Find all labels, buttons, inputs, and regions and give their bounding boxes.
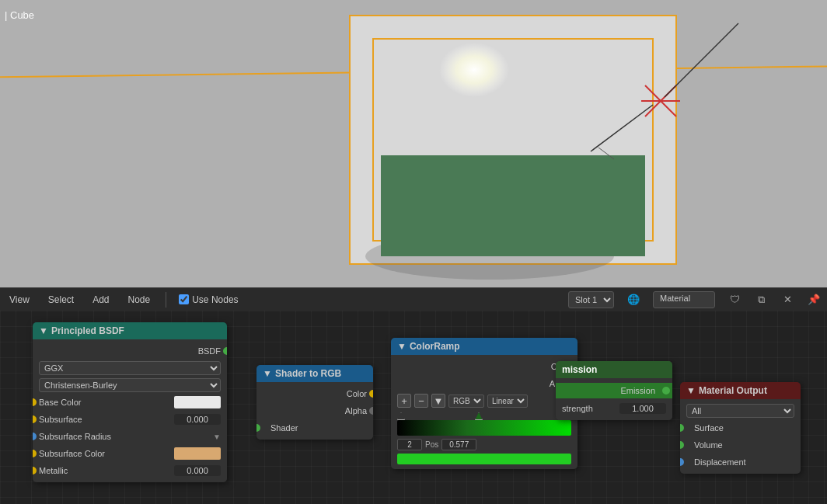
- output-displacement-label: Displacement: [686, 457, 794, 467]
- toolbar-node[interactable]: Node: [125, 293, 154, 307]
- cr-gradient-bar[interactable]: [397, 420, 571, 436]
- bsdf-subsurface-val[interactable]: [174, 414, 221, 425]
- emission-body: Emission strength: [556, 378, 672, 420]
- bsdf-metallic-label: Metallic: [39, 466, 174, 475]
- svg-marker-2: [350, 16, 676, 264]
- output-displacement-row: Displacement: [680, 454, 801, 471]
- toolbar: View Select Add Node Use Nodes Slot 1 🌐 …: [0, 287, 827, 311]
- bsdf-basecolor-swatch[interactable]: [174, 396, 221, 408]
- cr-mode-select[interactable]: RGB: [448, 395, 484, 408]
- svg-line-13: [645, 101, 661, 116]
- s2rgb-color-socket[interactable]: [369, 390, 373, 398]
- cr-pos-val[interactable]: 0.577: [441, 439, 476, 450]
- cr-stop-index[interactable]: 2: [397, 439, 422, 450]
- bsdf-subradius-row: Subsurface Radius ▼: [33, 428, 227, 445]
- toolbar-sep-1: [166, 292, 166, 308]
- output-surface-socket[interactable]: [680, 424, 684, 432]
- emission-out-socket[interactable]: [662, 387, 670, 395]
- svg-marker-1: [303, 0, 676, 287]
- emission-strength-val[interactable]: [619, 403, 666, 414]
- bsdf-output-row: BSDF: [33, 342, 227, 360]
- colorramp-title: ColorRamp: [410, 341, 460, 352]
- emission-out-label: Emission: [556, 386, 658, 395]
- pin-icon[interactable]: 📌: [807, 293, 821, 307]
- node-color-ramp[interactable]: ▼ ColorRamp Color Alpha + − ▼ RGB: [391, 338, 578, 469]
- bsdf-basecolor-socket[interactable]: [33, 398, 37, 406]
- bsdf-subradius-label: Subsurface Radius: [39, 432, 213, 441]
- output-header: ▼ Material Output: [680, 382, 801, 399]
- svg-rect-3: [373, 39, 653, 241]
- output-displacement-socket[interactable]: [680, 458, 684, 466]
- bsdf-subsurface-socket[interactable]: [33, 415, 37, 423]
- output-surface-row: Surface: [680, 419, 801, 436]
- bsdf-output-socket[interactable]: [223, 347, 227, 355]
- cr-stops-row: [397, 411, 571, 420]
- emission-out-row: Emission: [556, 383, 672, 398]
- bsdf-header: ▼ Principled BSDF: [33, 322, 227, 339]
- bsdf-subsurface-row: Subsurface: [33, 411, 227, 428]
- slot-select[interactable]: Slot 1: [568, 291, 614, 308]
- bsdf-metallic-socket[interactable]: [33, 467, 37, 474]
- bsdf-subcolor-swatch[interactable]: [174, 447, 221, 460]
- bsdf-title: Principled BSDF: [51, 325, 124, 336]
- output-title: Material Output: [699, 385, 767, 396]
- s2rgb-shader-socket[interactable]: [256, 424, 260, 432]
- cr-interp-select[interactable]: Linear: [487, 395, 528, 408]
- bsdf-body: BSDF GGX Christensen-Burley Base Color: [33, 339, 227, 482]
- cr-stop-2[interactable]: [475, 412, 483, 420]
- cr-stop-1[interactable]: [397, 412, 405, 420]
- bsdf-metallic-val[interactable]: [174, 465, 221, 476]
- bsdf-subcolor-row: Subsurface Color: [33, 445, 227, 462]
- svg-line-16: [598, 148, 614, 159]
- cr-remove-btn[interactable]: −: [414, 394, 428, 408]
- cr-add-btn[interactable]: +: [397, 394, 411, 408]
- svg-line-15: [665, 23, 738, 97]
- bsdf-output-label: BSDF: [39, 346, 221, 356]
- viewport-overlay: [0, 0, 827, 287]
- emission-strength-label: strength: [562, 404, 619, 413]
- emission-header: mission: [556, 361, 672, 378]
- bsdf-ggx-select[interactable]: GGX: [39, 361, 221, 375]
- svg-line-10: [661, 101, 676, 116]
- use-nodes-toggle[interactable]: Use Nodes: [179, 294, 238, 305]
- cr-color-out-label: Color: [397, 362, 571, 371]
- output-body: All Surface Volume Displacement: [680, 399, 801, 474]
- output-volume-socket[interactable]: [680, 441, 684, 449]
- bsdf-subradius-expand[interactable]: ▼: [213, 433, 221, 441]
- output-all-row: All: [680, 402, 801, 419]
- colorramp-body: Color Alpha + − ▼ RGB Linear: [391, 355, 578, 469]
- colorramp-header: ▼ ColorRamp: [391, 338, 578, 355]
- cr-gradient-area[interactable]: [391, 409, 578, 437]
- cr-controls: + − ▼ RGB Linear: [391, 392, 578, 409]
- output-arrow: ▼: [686, 385, 696, 396]
- bsdf-ggx-row: GGX: [33, 360, 227, 377]
- bsdf-basecolor-label: Base Color: [39, 398, 174, 407]
- globe-icon: 🌐: [626, 293, 640, 307]
- s2rgb-arrow: ▼: [263, 368, 272, 379]
- bsdf-subcolor-socket[interactable]: [33, 450, 37, 457]
- output-all-select[interactable]: All: [686, 404, 794, 418]
- toolbar-view[interactable]: View: [6, 293, 33, 307]
- node-material-output[interactable]: ▼ Material Output All Surface Volume: [680, 382, 801, 474]
- node-principled-bsdf[interactable]: ▼ Principled BSDF BSDF GGX Christensen-B…: [33, 322, 227, 482]
- s2rgb-alpha-socket[interactable]: [369, 407, 373, 415]
- viewport[interactable]: | Cube: [0, 0, 827, 287]
- cr-pos-label: Pos: [425, 440, 438, 449]
- close-icon[interactable]: ✕: [780, 293, 794, 307]
- colorramp-arrow: ▼: [397, 341, 407, 352]
- bsdf-subcolor-label: Subsurface Color: [39, 449, 174, 458]
- shield-icon[interactable]: 🛡: [728, 293, 742, 307]
- use-nodes-checkbox[interactable]: [179, 294, 189, 304]
- node-emission[interactable]: mission Emission strength: [556, 361, 672, 420]
- toolbar-select[interactable]: Select: [45, 293, 77, 307]
- bsdf-subradius-socket[interactable]: [33, 433, 37, 440]
- cr-expand-btn[interactable]: ▼: [431, 394, 445, 408]
- node-editor[interactable]: ▼ Principled BSDF BSDF GGX Christensen-B…: [0, 311, 827, 504]
- bsdf-christensen-select[interactable]: Christensen-Burley: [39, 378, 221, 392]
- material-name[interactable]: Material: [653, 291, 715, 308]
- s2rgb-color-out-row: Color: [256, 385, 373, 402]
- copy-icon[interactable]: ⧉: [754, 293, 768, 307]
- node-shader-to-rgb[interactable]: ▼ Shader to RGB Color Alpha Shader: [256, 365, 373, 440]
- bsdf-metallic-row: Metallic: [33, 462, 227, 479]
- toolbar-add[interactable]: Add: [89, 293, 112, 307]
